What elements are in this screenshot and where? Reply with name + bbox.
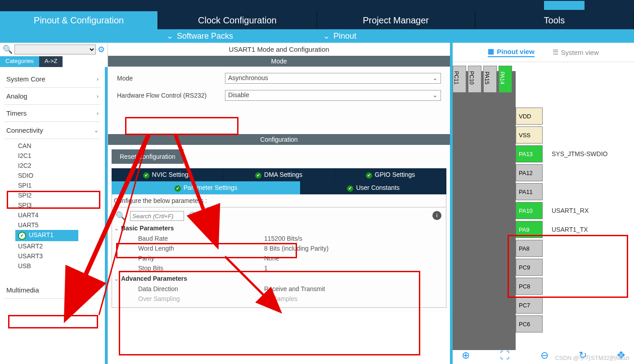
param-data-direction[interactable]: Data DirectionReceive and Transmit	[116, 284, 442, 294]
pin-pa13[interactable]: PA13	[516, 145, 543, 162]
search-icon[interactable]: 🔍	[116, 211, 126, 221]
item-usart2[interactable]: USART2	[18, 241, 100, 251]
group-multimedia[interactable]: Multimedia›	[4, 282, 100, 299]
chevron-right-icon: ›	[97, 93, 99, 99]
pin-pc8[interactable]: PC8	[516, 278, 543, 295]
chevron-right-icon: ›	[97, 110, 99, 117]
tab-gpio-settings[interactable]: ✔GPIO Settings	[335, 168, 446, 181]
mode-header: Mode	[108, 56, 450, 67]
check-icon: ✔	[143, 172, 149, 179]
gear-icon[interactable]: ⚙	[98, 45, 105, 54]
pin-fn: SYS_JTMS-SWDIO	[552, 150, 607, 157]
item-spi2[interactable]: SPI2	[18, 190, 100, 200]
item-i2c2[interactable]: I2C2	[18, 161, 100, 171]
check-icon: ✔	[347, 185, 353, 192]
main-tabs: Pinout & Configuration Clock Configurati…	[0, 11, 634, 29]
tab-categories[interactable]: Categories	[0, 56, 39, 67]
tab-system-view[interactable]: ☰System view	[553, 47, 599, 57]
pin-vdd[interactable]: VDD	[516, 108, 543, 125]
tab-user-constants[interactable]: ✔User Constants	[301, 181, 446, 194]
pin-pa10[interactable]: PA10	[516, 202, 543, 219]
pinout-menu[interactable]: Pinout	[333, 31, 356, 41]
pin-pc7[interactable]: PC7	[516, 297, 543, 314]
item-spi3[interactable]: SPI3	[18, 200, 100, 210]
advanced-params-title[interactable]: Advanced Parameters	[120, 275, 442, 282]
watermark: CSDN @学习STM32的haozi	[555, 354, 630, 362]
tab-clock-config[interactable]: Clock Configuration	[158, 11, 317, 29]
item-uart5[interactable]: UART5	[18, 220, 100, 230]
param-over-sampling: Over Sampling16 Samples	[116, 294, 442, 304]
chevron-right-icon: ›	[97, 287, 99, 293]
search-icon[interactable]: 🔍	[3, 45, 13, 54]
pin-fn: USART1_TX	[552, 226, 588, 233]
peripheral-title: USART1 Mode and Configuration	[108, 43, 450, 56]
software-packs-menu[interactable]: Software Packs	[177, 31, 233, 41]
pin-pa12[interactable]: PA12	[516, 164, 543, 181]
parameter-search-input[interactable]	[130, 211, 184, 221]
window-titlebar	[0, 0, 634, 11]
check-icon: ✔	[366, 172, 372, 179]
chevron-right-icon: ›	[97, 76, 99, 82]
param-baud-rate[interactable]: Baud Rate115200 Bits/s	[116, 234, 442, 243]
group-connectivity[interactable]: Connectivity⌄	[4, 122, 100, 139]
pin-pc9[interactable]: PC9	[516, 259, 543, 276]
item-usart3[interactable]: USART3	[18, 251, 100, 261]
param-stop-bits[interactable]: Stop Bits1	[116, 263, 442, 273]
peripheral-search-select[interactable]	[14, 45, 96, 54]
mode-label: Mode	[117, 75, 225, 82]
item-uart4[interactable]: UART4	[18, 210, 100, 220]
info-icon[interactable]: i	[432, 211, 441, 220]
hwflow-label: Hardware Flow Control (RS232)	[117, 92, 225, 99]
tab-parameter-settings[interactable]: ✔Parameter Settings	[112, 181, 301, 194]
tab-pinout-view[interactable]: ▦Pinout view	[488, 47, 534, 57]
zoom-in-icon[interactable]: ⊕	[462, 350, 470, 361]
mode-select[interactable]: Asynchronous	[225, 73, 441, 84]
tab-nvic-settings[interactable]: ✔NVIC Settings	[112, 168, 223, 181]
next-result-icon[interactable]: ›	[201, 212, 209, 220]
pin-pa14[interactable]: PA14	[499, 66, 512, 93]
group-timers[interactable]: Timers›	[4, 105, 100, 122]
top-pin-row: PC11 PC10 PA15 PA14	[453, 66, 512, 93]
config-header: Configuration	[108, 134, 450, 145]
basic-params-title[interactable]: Basic Parameters	[120, 225, 442, 232]
item-sdio[interactable]: SDIO	[18, 171, 100, 180]
check-icon: ✔	[175, 185, 181, 192]
pin-pc11[interactable]: PC11	[453, 66, 466, 93]
pin-vss[interactable]: VSS	[516, 126, 543, 144]
side-pin-column: VDD VSS PA13SYS_JTMS-SWDIO PA12 PA11 PA1…	[516, 107, 607, 334]
param-parity[interactable]: ParityNone	[116, 253, 442, 263]
chevron-down-icon: ⌄	[94, 127, 99, 134]
fit-screen-icon[interactable]: ⛶	[500, 350, 510, 361]
tab-project-manager[interactable]: Project Manager	[317, 11, 476, 29]
item-usart1[interactable]: USART1	[15, 230, 78, 241]
tab-dma-settings[interactable]: ✔DMA Settings	[223, 168, 335, 181]
chip-canvas[interactable]: PC11 PC10 PA15 PA14 VDD VSS PA13SYS_JTMS…	[453, 62, 634, 364]
tab-tools[interactable]: Tools	[476, 11, 634, 29]
item-can[interactable]: CAN	[18, 141, 100, 151]
chevron-down-icon: ⌄	[166, 31, 173, 41]
item-usb[interactable]: USB	[18, 261, 100, 271]
pin-pa11[interactable]: PA11	[516, 183, 543, 200]
tab-pinout-config[interactable]: Pinout & Configuration	[0, 11, 158, 29]
chip-body	[453, 71, 516, 350]
pin-pa15[interactable]: PA15	[483, 66, 497, 93]
pin-pa8[interactable]: PA8	[516, 240, 543, 257]
center-panel: USART1 Mode and Configuration Mode Mode …	[108, 43, 450, 364]
tab-a-to-z[interactable]: A->Z	[39, 56, 63, 67]
pin-pc10[interactable]: PC10	[468, 66, 481, 93]
pin-pc6[interactable]: PC6	[516, 315, 543, 333]
item-i2c1[interactable]: I2C1	[18, 151, 100, 161]
group-system-core[interactable]: System Core›	[4, 71, 100, 88]
param-word-length[interactable]: Word Length8 Bits (including Parity)	[116, 243, 442, 253]
connectivity-items: CAN I2C1 I2C2 SDIO SPI1 SPI2 SPI3 UART4 …	[4, 139, 100, 273]
pin-pa9[interactable]: PA9	[516, 221, 543, 238]
category-list[interactable]: System Core› Analog› Timers› Connectivit…	[0, 67, 108, 364]
group-analog[interactable]: Analog›	[4, 88, 100, 105]
zoom-out-icon[interactable]: ⊖	[540, 350, 549, 361]
right-panel: ▦Pinout view ☰System view PC11 PC10 PA15…	[450, 43, 634, 364]
item-spi1[interactable]: SPI1	[18, 180, 100, 190]
prev-result-icon[interactable]: ‹	[189, 212, 197, 220]
hwflow-select[interactable]: Disable	[225, 90, 441, 101]
parameter-box: 🔍 ‹ › i Basic Parameters Baud Rate115200…	[112, 207, 446, 308]
reset-config-button[interactable]: Reset Configuration	[112, 149, 184, 164]
